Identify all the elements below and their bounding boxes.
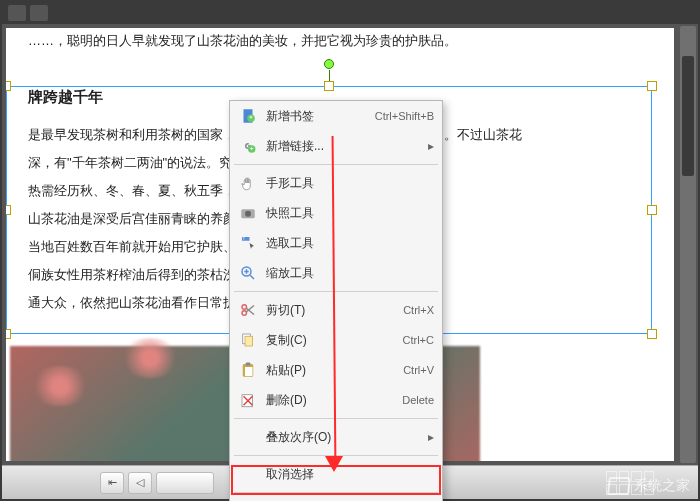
zoom-icon xyxy=(238,263,258,283)
camera-icon xyxy=(238,203,258,223)
svg-rect-23 xyxy=(246,363,251,366)
copy-icon xyxy=(238,330,258,350)
prev-page-button[interactable]: ◁ xyxy=(128,472,152,494)
menu-label: 新增链接... xyxy=(266,138,356,155)
svg-rect-6 xyxy=(251,147,252,150)
bookmark-icon xyxy=(238,106,258,126)
first-page-button[interactable]: ⇤ xyxy=(100,472,124,494)
menu-label: 快照工具 xyxy=(266,205,356,222)
blank-icon xyxy=(238,427,258,447)
svg-rect-20 xyxy=(245,336,253,346)
svg-rect-22 xyxy=(245,367,253,376)
menu-properties[interactable]: 属性(P)... xyxy=(230,496,442,501)
menu-label: 新增书签 xyxy=(266,108,356,125)
top-toolbar xyxy=(2,2,698,24)
menu-label: 删除(D) xyxy=(266,392,356,409)
scrollbar-thumb[interactable] xyxy=(682,56,694,176)
resize-handle-tr[interactable] xyxy=(647,81,657,91)
menu-shortcut: Ctrl+C xyxy=(403,334,434,346)
menu-shortcut: Ctrl+Shift+B xyxy=(375,110,434,122)
watermark: 系统之家 xyxy=(608,477,690,495)
menu-shortcut: Ctrl+V xyxy=(403,364,434,376)
svg-rect-13 xyxy=(246,269,248,274)
menu-zoom-tool[interactable]: 缩放工具 xyxy=(230,258,442,288)
resize-handle-tm[interactable] xyxy=(324,81,334,91)
doc-text: ……，聪明的日人早就发现了山茶花油的美妆，并把它视为珍贵的护肤品。 xyxy=(28,28,652,54)
blank-icon xyxy=(238,464,258,484)
menu-shortcut: Ctrl+X xyxy=(403,304,434,316)
menu-label: 手形工具 xyxy=(266,175,356,192)
menu-label: 复制(C) xyxy=(266,332,356,349)
menu-label: 缩放工具 xyxy=(266,265,356,282)
page-number-field[interactable] xyxy=(156,472,214,494)
menu-add-link[interactable]: 新增链接... ▸ xyxy=(230,131,442,161)
annotation-arrow-head xyxy=(325,456,343,472)
menu-hand-tool[interactable]: 手形工具 xyxy=(230,168,442,198)
svg-rect-3 xyxy=(251,116,252,119)
submenu-arrow-icon: ▸ xyxy=(428,139,434,153)
menu-label: 叠放次序(O) xyxy=(266,429,356,446)
vertical-scrollbar[interactable] xyxy=(680,26,696,463)
menu-select-tool[interactable]: T 选取工具 xyxy=(230,228,442,258)
resize-handle-tl[interactable] xyxy=(6,81,11,91)
submenu-arrow-icon: ▸ xyxy=(428,430,434,444)
menu-cut[interactable]: 剪切(T) Ctrl+X xyxy=(230,295,442,325)
svg-point-8 xyxy=(245,211,251,217)
scissors-icon xyxy=(238,300,258,320)
text-select-icon: T xyxy=(238,233,258,253)
menu-label: 剪切(T) xyxy=(266,302,356,319)
menu-delete[interactable]: 删除(D) Delete xyxy=(230,385,442,415)
delete-icon xyxy=(238,390,258,410)
house-icon xyxy=(607,477,631,495)
resize-handle-ml[interactable] xyxy=(6,205,11,215)
link-icon xyxy=(238,136,258,156)
nav-next-button[interactable] xyxy=(30,5,48,21)
menu-copy[interactable]: 复制(C) Ctrl+C xyxy=(230,325,442,355)
resize-handle-bl[interactable] xyxy=(6,329,11,339)
nav-prev-button[interactable] xyxy=(8,5,26,21)
rotate-handle[interactable] xyxy=(324,59,334,69)
menu-shortcut: Delete xyxy=(402,394,434,406)
svg-line-14 xyxy=(250,275,254,279)
resize-handle-mr[interactable] xyxy=(647,205,657,215)
menu-label: 选取工具 xyxy=(266,235,356,252)
menu-paste[interactable]: 粘贴(P) Ctrl+V xyxy=(230,355,442,385)
clipboard-icon xyxy=(238,360,258,380)
watermark-text: 系统之家 xyxy=(634,477,690,495)
menu-snapshot-tool[interactable]: 快照工具 xyxy=(230,198,442,228)
resize-handle-br[interactable] xyxy=(647,329,657,339)
menu-label: 粘贴(P) xyxy=(266,362,356,379)
menu-add-bookmark[interactable]: 新增书签 Ctrl+Shift+B xyxy=(230,101,442,131)
hand-icon xyxy=(238,173,258,193)
